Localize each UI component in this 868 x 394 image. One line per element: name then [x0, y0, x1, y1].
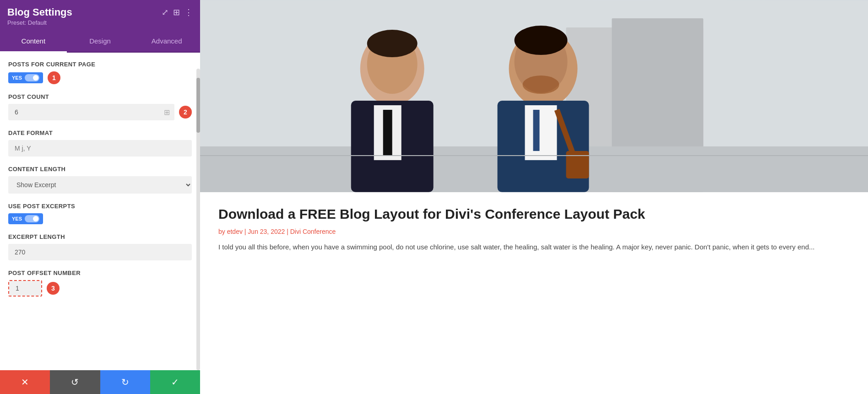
- panel-header: Blog Settings ⤢ ⊞ ⋮ Preset: Default: [0, 0, 200, 31]
- post-count-label: Post Count: [8, 93, 192, 100]
- redo-button[interactable]: ↻: [100, 370, 150, 394]
- scrollbar-thumb[interactable]: [196, 78, 200, 133]
- posts-current-page-toggle[interactable]: YES: [8, 72, 43, 83]
- badge-2: 2: [179, 106, 192, 119]
- excerpt-length-label: Excerpt Length: [8, 233, 192, 240]
- tab-advanced[interactable]: Advanced: [133, 31, 200, 53]
- setting-post-offset: Post Offset Number 3: [8, 270, 192, 297]
- badge-3: 3: [47, 282, 60, 295]
- svg-point-9: [367, 30, 418, 57]
- blog-content: Download a FREE Blog Layout for Divi's C…: [200, 192, 868, 266]
- use-post-excerpts-label: Use Post Excerpts: [8, 203, 192, 210]
- left-panel: Blog Settings ⤢ ⊞ ⋮ Preset: Default Cont…: [0, 0, 200, 394]
- bottom-toolbar: ✕ ↺ ↻ ✓: [0, 370, 200, 394]
- columns-icon[interactable]: ⊞: [173, 7, 180, 17]
- svg-point-16: [523, 76, 559, 94]
- save-button[interactable]: ✓: [150, 370, 200, 394]
- badge-1: 1: [48, 71, 60, 84]
- use-post-excerpts-toggle[interactable]: YES: [8, 213, 43, 224]
- more-icon[interactable]: ⋮: [184, 7, 193, 17]
- undo-icon: ↺: [71, 377, 79, 388]
- svg-point-15: [515, 26, 568, 55]
- tab-design[interactable]: Design: [67, 31, 134, 53]
- svg-rect-7: [383, 110, 392, 156]
- use-post-excerpts-switch: [25, 215, 39, 222]
- toggle-switch: [25, 74, 39, 81]
- right-panel: Download a FREE Blog Layout for Divi's C…: [200, 0, 868, 394]
- blog-excerpt: I told you all this before, when you hav…: [218, 242, 850, 253]
- tabs-row: Content Design Advanced: [0, 31, 200, 53]
- setting-excerpt-length: Excerpt Length: [8, 233, 192, 260]
- post-count-input[interactable]: [8, 104, 174, 120]
- setting-date-format: Date Format: [8, 130, 192, 157]
- header-icons: ⤢ ⊞ ⋮: [162, 7, 193, 17]
- redo-icon: ↻: [121, 377, 129, 388]
- toggle-yes-text: YES: [12, 75, 22, 81]
- delete-icon: ✕: [21, 377, 29, 388]
- setting-content-length: Content Length Show Excerpt Show Content: [8, 166, 192, 194]
- expand-icon[interactable]: ⤢: [162, 7, 168, 17]
- content-length-select[interactable]: Show Excerpt Show Content: [8, 176, 192, 194]
- tab-content[interactable]: Content: [0, 31, 67, 53]
- blog-title: Download a FREE Blog Layout for Divi's C…: [218, 206, 850, 222]
- post-count-icon: ⊞: [164, 108, 170, 117]
- save-icon: ✓: [171, 377, 179, 388]
- preset-label[interactable]: Preset: Default: [7, 19, 193, 26]
- blog-meta: by etdev | Jun 23, 2022 | Divi Conferenc…: [218, 228, 850, 235]
- blog-meta-text: by etdev | Jun 23, 2022 | Divi Conferenc…: [218, 228, 336, 235]
- posts-current-page-label: Posts For Current Page: [8, 61, 192, 68]
- setting-post-count: Post Count ⊞ 2: [8, 93, 192, 120]
- post-offset-input-wrap: [8, 280, 42, 297]
- post-offset-row: 3: [8, 280, 192, 297]
- post-count-input-wrap: ⊞: [8, 104, 174, 120]
- excerpt-length-input[interactable]: [8, 244, 192, 260]
- svg-rect-13: [533, 110, 540, 151]
- panel-title: Blog Settings: [7, 6, 72, 18]
- date-format-input[interactable]: [8, 140, 192, 157]
- delete-button[interactable]: ✕: [0, 370, 50, 394]
- blog-image-svg: [200, 0, 868, 192]
- post-count-row: ⊞ 2: [8, 104, 192, 120]
- post-offset-input[interactable]: [9, 281, 41, 296]
- use-post-excerpts-yes: YES: [12, 216, 22, 221]
- setting-posts-current-page: Posts For Current Page YES 1: [8, 61, 192, 84]
- post-offset-label: Post Offset Number: [8, 270, 192, 276]
- posts-current-page-row: YES 1: [8, 71, 192, 84]
- scrollbar-track: [196, 69, 200, 370]
- date-format-label: Date Format: [8, 130, 192, 136]
- svg-rect-12: [525, 105, 557, 160]
- settings-content: Posts For Current Page YES 1 Post Count …: [0, 53, 200, 394]
- setting-use-post-excerpts: Use Post Excerpts YES: [8, 203, 192, 224]
- blog-featured-image: [200, 0, 868, 192]
- content-length-label: Content Length: [8, 166, 192, 173]
- use-post-excerpts-row: YES: [8, 213, 192, 224]
- undo-button[interactable]: ↺: [50, 370, 100, 394]
